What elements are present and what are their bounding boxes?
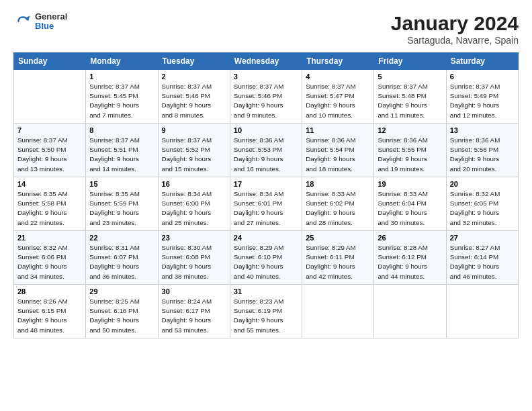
cell-info: Sunrise: 8:37 AMSunset: 5:45 PMDaylight:… bbox=[89, 82, 154, 120]
calendar-cell: 29Sunrise: 8:25 AMSunset: 6:16 PMDayligh… bbox=[86, 285, 158, 338]
cell-info: Sunrise: 8:34 AMSunset: 6:01 PMDaylight:… bbox=[234, 189, 298, 228]
calendar-cell bbox=[374, 285, 446, 338]
day-number: 31 bbox=[234, 287, 298, 295]
calendar-cell: 15Sunrise: 8:35 AMSunset: 5:59 PMDayligh… bbox=[86, 177, 158, 231]
cell-info: Sunrise: 8:37 AMSunset: 5:52 PMDaylight:… bbox=[162, 136, 226, 174]
calendar-cell bbox=[14, 70, 86, 124]
day-number: 23 bbox=[162, 234, 226, 242]
calendar-cell: 12Sunrise: 8:36 AMSunset: 5:55 PMDayligh… bbox=[374, 124, 446, 177]
cell-info: Sunrise: 8:37 AMSunset: 5:46 PMDaylight:… bbox=[234, 82, 298, 120]
calendar-cell: 19Sunrise: 8:33 AMSunset: 6:04 PMDayligh… bbox=[374, 177, 446, 231]
cell-info: Sunrise: 8:37 AMSunset: 5:46 PMDaylight:… bbox=[162, 82, 226, 120]
cell-info: Sunrise: 8:36 AMSunset: 5:55 PMDaylight:… bbox=[378, 136, 442, 174]
day-number: 25 bbox=[306, 234, 370, 242]
cell-info: Sunrise: 8:23 AMSunset: 6:19 PMDaylight:… bbox=[234, 297, 298, 335]
cell-info: Sunrise: 8:35 AMSunset: 5:59 PMDaylight:… bbox=[89, 189, 154, 228]
calendar-page: General Blue January 2024 Sartaguda, Nav… bbox=[0, 0, 532, 411]
cell-info: Sunrise: 8:37 AMSunset: 5:49 PMDaylight:… bbox=[450, 82, 515, 120]
calendar-cell: 10Sunrise: 8:36 AMSunset: 5:53 PMDayligh… bbox=[230, 124, 302, 177]
calendar-cell: 13Sunrise: 8:36 AMSunset: 5:56 PMDayligh… bbox=[446, 124, 518, 177]
calendar-cell: 28Sunrise: 8:26 AMSunset: 6:15 PMDayligh… bbox=[14, 285, 86, 338]
weekday-header-saturday: Saturday bbox=[446, 53, 518, 70]
day-number: 20 bbox=[450, 180, 515, 188]
day-number: 12 bbox=[378, 126, 442, 134]
day-number: 9 bbox=[162, 126, 226, 134]
calendar-cell: 27Sunrise: 8:27 AMSunset: 6:14 PMDayligh… bbox=[446, 231, 518, 285]
day-number: 8 bbox=[89, 126, 154, 134]
cell-info: Sunrise: 8:34 AMSunset: 6:00 PMDaylight:… bbox=[162, 189, 226, 228]
weekday-header-friday: Friday bbox=[374, 53, 446, 70]
calendar-cell: 22Sunrise: 8:31 AMSunset: 6:07 PMDayligh… bbox=[86, 231, 158, 285]
calendar-cell: 30Sunrise: 8:24 AMSunset: 6:17 PMDayligh… bbox=[158, 285, 230, 338]
day-number: 1 bbox=[89, 73, 154, 81]
calendar-cell: 31Sunrise: 8:23 AMSunset: 6:19 PMDayligh… bbox=[230, 285, 302, 338]
calendar-cell: 3Sunrise: 8:37 AMSunset: 5:46 PMDaylight… bbox=[230, 70, 302, 124]
day-number: 13 bbox=[450, 126, 515, 134]
day-number: 22 bbox=[89, 234, 154, 242]
day-number: 26 bbox=[378, 234, 442, 242]
cell-info: Sunrise: 8:30 AMSunset: 6:08 PMDaylight:… bbox=[162, 243, 226, 281]
day-number: 14 bbox=[17, 180, 82, 188]
day-number: 2 bbox=[162, 73, 226, 81]
day-number: 3 bbox=[234, 73, 298, 81]
cell-info: Sunrise: 8:26 AMSunset: 6:15 PMDaylight:… bbox=[17, 297, 82, 335]
week-row-1: 1Sunrise: 8:37 AMSunset: 5:45 PMDaylight… bbox=[14, 70, 519, 124]
calendar-cell: 6Sunrise: 8:37 AMSunset: 5:49 PMDaylight… bbox=[446, 70, 518, 124]
calendar-cell: 17Sunrise: 8:34 AMSunset: 6:01 PMDayligh… bbox=[230, 177, 302, 231]
week-row-4: 21Sunrise: 8:32 AMSunset: 6:06 PMDayligh… bbox=[14, 231, 519, 285]
calendar-cell: 5Sunrise: 8:37 AMSunset: 5:48 PMDaylight… bbox=[374, 70, 446, 124]
cell-info: Sunrise: 8:28 AMSunset: 6:12 PMDaylight:… bbox=[378, 243, 442, 281]
calendar-cell: 20Sunrise: 8:32 AMSunset: 6:05 PMDayligh… bbox=[446, 177, 518, 231]
day-number: 21 bbox=[17, 234, 82, 242]
calendar-cell: 18Sunrise: 8:33 AMSunset: 6:02 PMDayligh… bbox=[302, 177, 374, 231]
calendar-cell: 2Sunrise: 8:37 AMSunset: 5:46 PMDaylight… bbox=[158, 70, 230, 124]
day-number: 19 bbox=[378, 180, 442, 188]
weekday-header-tuesday: Tuesday bbox=[158, 53, 230, 70]
cell-info: Sunrise: 8:37 AMSunset: 5:50 PMDaylight:… bbox=[17, 136, 82, 174]
title-block: January 2024 Sartaguda, Navarre, Spain bbox=[391, 12, 519, 46]
cell-info: Sunrise: 8:37 AMSunset: 5:51 PMDaylight:… bbox=[89, 136, 154, 174]
calendar-cell: 11Sunrise: 8:36 AMSunset: 5:54 PMDayligh… bbox=[302, 124, 374, 177]
calendar-cell: 9Sunrise: 8:37 AMSunset: 5:52 PMDaylight… bbox=[158, 124, 230, 177]
cell-info: Sunrise: 8:37 AMSunset: 5:47 PMDaylight:… bbox=[306, 82, 370, 120]
calendar-cell: 24Sunrise: 8:29 AMSunset: 6:10 PMDayligh… bbox=[230, 231, 302, 285]
svg-rect-0 bbox=[13, 12, 32, 31]
cell-info: Sunrise: 8:36 AMSunset: 5:53 PMDaylight:… bbox=[234, 136, 298, 174]
header: General Blue January 2024 Sartaguda, Nav… bbox=[13, 12, 519, 46]
logo-text: General Blue bbox=[35, 12, 67, 32]
day-number: 30 bbox=[162, 287, 226, 295]
day-number: 5 bbox=[378, 73, 442, 81]
day-number: 4 bbox=[306, 73, 370, 81]
day-number: 11 bbox=[306, 126, 370, 134]
day-number: 17 bbox=[234, 180, 298, 188]
week-row-3: 14Sunrise: 8:35 AMSunset: 5:58 PMDayligh… bbox=[14, 177, 519, 231]
logo: General Blue bbox=[13, 12, 67, 32]
calendar-cell: 25Sunrise: 8:29 AMSunset: 6:11 PMDayligh… bbox=[302, 231, 374, 285]
weekday-header-monday: Monday bbox=[86, 53, 158, 70]
weekday-header-sunday: Sunday bbox=[14, 53, 86, 70]
logo-icon bbox=[13, 12, 32, 31]
cell-info: Sunrise: 8:37 AMSunset: 5:48 PMDaylight:… bbox=[378, 82, 442, 120]
day-number: 24 bbox=[234, 234, 298, 242]
day-number: 15 bbox=[89, 180, 154, 188]
day-number: 28 bbox=[17, 287, 82, 295]
logo-general: General bbox=[35, 12, 67, 21]
calendar-cell: 1Sunrise: 8:37 AMSunset: 5:45 PMDaylight… bbox=[86, 70, 158, 124]
cell-info: Sunrise: 8:24 AMSunset: 6:17 PMDaylight:… bbox=[162, 297, 226, 335]
day-number: 10 bbox=[234, 126, 298, 134]
day-number: 18 bbox=[306, 180, 370, 188]
day-number: 29 bbox=[89, 287, 154, 295]
calendar-cell: 4Sunrise: 8:37 AMSunset: 5:47 PMDaylight… bbox=[302, 70, 374, 124]
calendar-subtitle: Sartaguda, Navarre, Spain bbox=[391, 35, 519, 46]
calendar-cell: 8Sunrise: 8:37 AMSunset: 5:51 PMDaylight… bbox=[86, 124, 158, 177]
cell-info: Sunrise: 8:29 AMSunset: 6:10 PMDaylight:… bbox=[234, 243, 298, 281]
day-number: 27 bbox=[450, 234, 515, 242]
weekday-header-thursday: Thursday bbox=[302, 53, 374, 70]
calendar-cell: 14Sunrise: 8:35 AMSunset: 5:58 PMDayligh… bbox=[14, 177, 86, 231]
weekday-header-wednesday: Wednesday bbox=[230, 53, 302, 70]
calendar-cell: 23Sunrise: 8:30 AMSunset: 6:08 PMDayligh… bbox=[158, 231, 230, 285]
calendar-cell bbox=[302, 285, 374, 338]
calendar-table: SundayMondayTuesdayWednesdayThursdayFrid… bbox=[13, 52, 519, 338]
week-row-2: 7Sunrise: 8:37 AMSunset: 5:50 PMDaylight… bbox=[14, 124, 519, 177]
calendar-cell: 7Sunrise: 8:37 AMSunset: 5:50 PMDaylight… bbox=[14, 124, 86, 177]
